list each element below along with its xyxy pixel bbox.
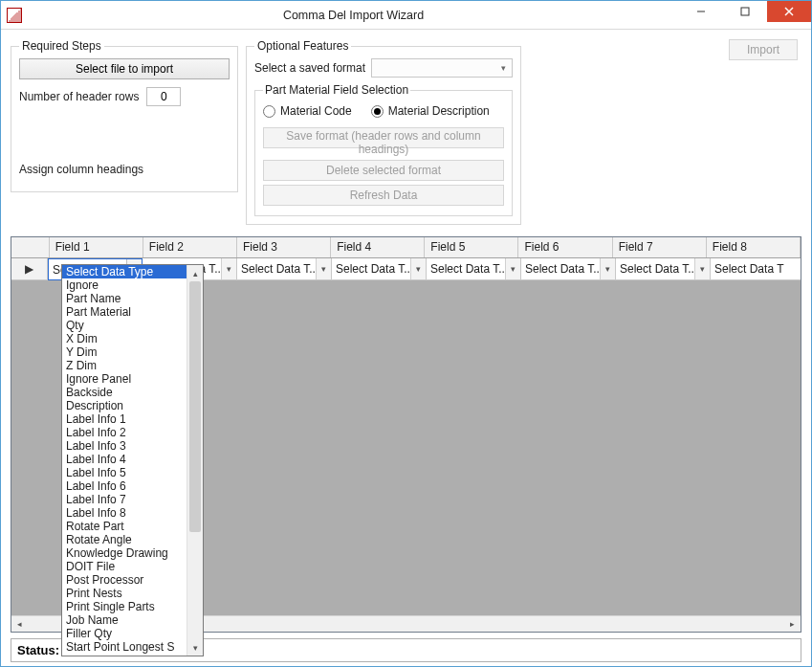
material-radio-row: Material Code Material Description	[263, 104, 504, 118]
dropdown-option[interactable]: Label Info 2	[62, 426, 187, 439]
cell-value: Select Data T	[711, 262, 801, 276]
dropdown-option[interactable]: Label Info 3	[62, 439, 187, 453]
dropdown-option[interactable]: Label Info 5	[62, 466, 187, 479]
material-code-label: Material Code	[280, 104, 352, 118]
header-rows-input[interactable]	[146, 87, 181, 106]
app-icon	[7, 8, 22, 23]
saved-format-combo[interactable]: ▾	[371, 58, 513, 78]
scroll-up-icon[interactable]: ▴	[187, 265, 203, 281]
dropdown-option[interactable]: Nest Rotation	[62, 654, 187, 656]
field-type-cell[interactable]: Select Data T... ▾	[237, 258, 332, 280]
delete-format-button: Delete selected format	[263, 160, 504, 181]
field-type-cell[interactable]: Select Data T	[711, 258, 801, 280]
dropdown-option[interactable]: Label Info 8	[62, 506, 187, 520]
scroll-right-icon[interactable]: ▸	[784, 616, 801, 633]
dropdown-option[interactable]: X Dim	[62, 332, 187, 345]
cell-value: Select Data T...	[427, 262, 505, 276]
titlebar: Comma Del Import Wizard	[1, 1, 811, 30]
dropdown-option[interactable]: Label Info 7	[62, 493, 187, 506]
dropdown-option[interactable]: Backside	[62, 386, 187, 399]
dropdown-option[interactable]: Rotate Part	[62, 520, 187, 533]
field-type-cell[interactable]: Select Data T... ▾	[427, 258, 521, 280]
saved-format-row: Select a saved format ▾	[254, 58, 513, 78]
optional-features-legend: Optional Features	[254, 39, 351, 53]
material-description-label: Material Description	[388, 104, 490, 118]
row-selector-header	[11, 237, 50, 257]
dropdown-option[interactable]: Part Name	[62, 292, 187, 305]
field-type-cell[interactable]: Select Data T... ▾	[521, 258, 616, 280]
dropdown-option[interactable]: Y Dim	[62, 345, 187, 359]
scroll-left-icon[interactable]: ◂	[11, 616, 28, 633]
required-steps-legend: Required Steps	[19, 39, 104, 53]
scroll-thumb[interactable]	[189, 281, 201, 532]
scroll-gap	[28, 616, 66, 633]
import-button: Import	[729, 39, 798, 60]
top-panels-row: Required Steps Select file to import Num…	[11, 39, 801, 225]
dropdown-option[interactable]: Label Info 6	[62, 479, 187, 493]
dropdown-option[interactable]: DOIT File	[62, 560, 187, 573]
radio-icon	[263, 105, 275, 118]
column-header[interactable]: Field 5	[425, 237, 518, 257]
chevron-down-icon: ▾	[600, 258, 615, 279]
import-button-wrap: Import	[729, 39, 801, 60]
field-type-dropdown[interactable]: Select Data TypeIgnorePart NamePart Mate…	[61, 264, 204, 656]
chevron-down-icon: ▾	[410, 258, 426, 279]
material-selection-group: Part Material Field Selection Material C…	[254, 83, 513, 216]
dropdown-option[interactable]: Description	[62, 399, 187, 412]
column-header[interactable]: Field 8	[707, 237, 801, 257]
status-label: Status:	[17, 643, 59, 657]
header-rows-row: Number of header rows	[19, 87, 230, 106]
material-code-radio[interactable]: Material Code	[263, 104, 352, 118]
row-indicator[interactable]: ▶	[11, 258, 48, 280]
dropdown-option[interactable]: Select Data Type	[62, 265, 187, 278]
dropdown-list[interactable]: Select Data TypeIgnorePart NamePart Mate…	[62, 265, 187, 656]
required-steps-group: Required Steps Select file to import Num…	[11, 39, 238, 192]
assign-headings-label: Assign column headings	[19, 163, 230, 176]
dropdown-option[interactable]: Ignore	[62, 278, 187, 292]
dropdown-option[interactable]: Rotate Angle	[62, 533, 187, 546]
column-header[interactable]: Field 3	[237, 237, 331, 257]
column-header[interactable]: Field 4	[331, 237, 425, 257]
scroll-down-icon[interactable]: ▾	[187, 639, 203, 656]
header-rows-label: Number of header rows	[19, 90, 139, 103]
dropdown-option[interactable]: Ignore Panel	[62, 372, 187, 386]
field-type-cell[interactable]: Select Data T... ▾	[616, 258, 711, 280]
column-header[interactable]: Field 7	[613, 237, 707, 257]
dropdown-option[interactable]: Label Info 4	[62, 453, 187, 466]
field-type-cell[interactable]: Select Data T... ▾	[332, 258, 427, 280]
dropdown-option[interactable]: Filler Qty	[62, 627, 187, 640]
dropdown-option[interactable]: Job Name	[62, 613, 187, 627]
chevron-down-icon: ▾	[505, 258, 520, 279]
app-window: Comma Del Import Wizard Required Steps S…	[0, 0, 812, 667]
maximize-icon	[740, 7, 750, 16]
cell-value: Select Data T...	[237, 262, 316, 276]
scroll-track[interactable]	[187, 281, 203, 639]
svg-rect-1	[741, 8, 749, 15]
dropdown-option[interactable]: Start Point Longest S	[62, 640, 187, 654]
maximize-button[interactable]	[723, 1, 767, 22]
dropdown-option[interactable]: Post Processor	[62, 573, 187, 587]
dropdown-scrollbar[interactable]: ▴ ▾	[187, 265, 203, 656]
dropdown-option[interactable]: Qty	[62, 319, 187, 332]
cell-value: Select Data T...	[521, 262, 600, 276]
dropdown-option[interactable]: Print Nests	[62, 587, 187, 600]
dropdown-option[interactable]: Z Dim	[62, 359, 187, 372]
material-description-radio[interactable]: Material Description	[371, 104, 490, 118]
chevron-down-icon: ▾	[694, 258, 710, 279]
cell-value: Select Data T...	[332, 262, 410, 276]
select-file-button[interactable]: Select file to import	[19, 58, 230, 79]
close-button[interactable]	[767, 1, 811, 22]
dropdown-option[interactable]: Part Material	[62, 305, 187, 319]
chevron-down-icon: ▾	[221, 258, 236, 279]
dropdown-option[interactable]: Label Info 1	[62, 412, 187, 426]
column-header[interactable]: Field 2	[143, 237, 237, 257]
dropdown-option[interactable]: Print Single Parts	[62, 600, 187, 613]
dropdown-option[interactable]: Knowledge Drawing	[62, 546, 187, 560]
column-header[interactable]: Field 6	[518, 237, 612, 257]
minimize-button[interactable]	[679, 1, 723, 22]
column-header[interactable]: Field 1	[50, 237, 143, 257]
chevron-down-icon: ▾	[316, 258, 331, 279]
window-title: Comma Del Import Wizard	[28, 9, 679, 22]
chevron-down-icon: ▾	[496, 61, 510, 75]
close-icon	[784, 7, 794, 16]
